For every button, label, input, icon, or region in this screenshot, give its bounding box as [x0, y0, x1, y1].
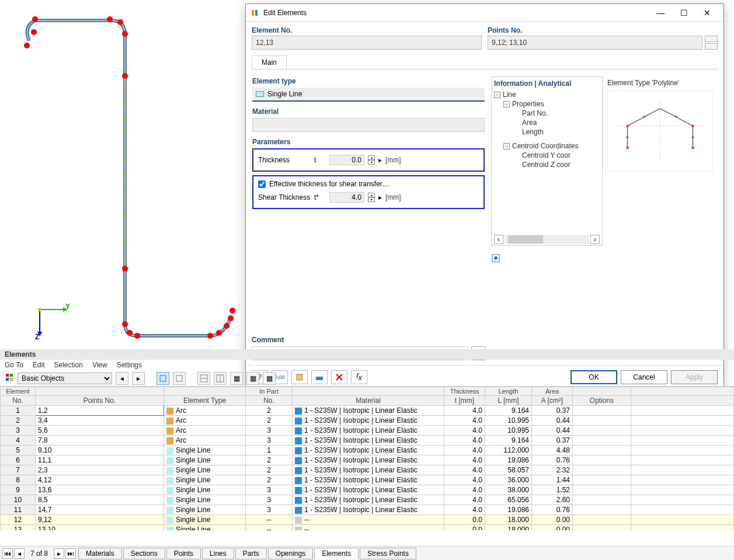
table-row[interactable]: 1313,10Single Line----0.018.0000.00	[1, 525, 734, 531]
close-button[interactable]: ✕	[695, 5, 719, 21]
tab-sections[interactable]: Sections	[123, 548, 165, 559]
model-svg	[0, 0, 245, 349]
tab-points[interactable]: Points	[166, 548, 201, 559]
tree-expand-props[interactable]: −	[503, 101, 510, 107]
shear-thickness-unit: [mm]	[385, 193, 401, 201]
thickness-spinner[interactable]: ▴▾	[368, 155, 375, 165]
pick-points-button-2[interactable]	[705, 43, 718, 50]
svg-marker-31	[691, 135, 694, 138]
points-no-input[interactable]	[488, 36, 702, 50]
shear-thickness-label: Shear Thickness	[258, 193, 311, 201]
filter-button-1[interactable]	[156, 372, 169, 385]
info-panel: Information | Analytical −Line −Properti…	[491, 76, 603, 246]
menu-view[interactable]: View	[92, 361, 107, 369]
table-row[interactable]: 35,6Arc31 - S235W | Isotropic | Linear E…	[1, 426, 734, 436]
svg-point-34	[691, 124, 694, 127]
thickness-step[interactable]: ▸	[378, 156, 382, 164]
nav-first[interactable]: ⏮	[2, 548, 13, 559]
maximize-button[interactable]: ☐	[672, 5, 695, 21]
dialog-titlebar[interactable]: Edit Elements — ☐ ✕	[246, 4, 723, 22]
panel-menu: Go ToEditSelectionViewSettings	[0, 360, 734, 370]
nav-last[interactable]: ⏭	[65, 548, 76, 559]
shear-thickness-input[interactable]	[329, 192, 364, 203]
svg-point-10	[127, 330, 133, 336]
pick-points-button[interactable]	[705, 36, 718, 42]
shear-thickness-spinner[interactable]: ▴▾	[368, 193, 375, 202]
material-select[interactable]	[252, 118, 485, 132]
thickness-input[interactable]	[329, 155, 364, 165]
table-row[interactable]: 129,12Single Line----0.018.0000.00	[1, 515, 734, 525]
tab-parts[interactable]: Parts	[235, 548, 267, 559]
shear-box: Effective thickness for shear transfer… …	[252, 175, 485, 209]
effective-thickness-checkbox[interactable]	[258, 180, 266, 188]
info-scroll-left[interactable]: ‹	[494, 235, 503, 244]
grid-btn-5[interactable]: ▦	[263, 372, 276, 385]
object-combo[interactable]: Basic Objects	[18, 373, 112, 384]
svg-point-21	[38, 308, 41, 311]
svg-point-32	[626, 147, 628, 149]
menu-edit[interactable]: Edit	[33, 361, 45, 369]
svg-point-8	[122, 266, 128, 272]
effective-thickness-label: Effective thickness for shear transfer…	[269, 180, 389, 188]
info-scroll-right[interactable]: ›	[590, 235, 600, 244]
info-label: Information | Analytical	[494, 79, 600, 88]
grid-btn-3[interactable]: ▦	[230, 372, 243, 385]
shear-thickness-step[interactable]: ▸	[378, 193, 382, 201]
dialog-title: Edit Elements	[263, 9, 649, 17]
svg-point-37	[494, 256, 498, 260]
svg-point-3	[32, 16, 38, 22]
table-row[interactable]: 913,6Single Line31 - S235W | Isotropic |…	[1, 485, 734, 495]
preview-options-button[interactable]	[491, 253, 500, 265]
svg-point-6	[122, 31, 128, 37]
model-canvas[interactable]: Y Z	[0, 0, 245, 349]
dialog-tabs: Main	[252, 55, 718, 69]
table-row[interactable]: 59,10Single Line11 - S235W | Isotropic |…	[1, 446, 734, 455]
table-row[interactable]: 11,2Arc21 - S235W | Isotropic | Linear E…	[1, 406, 734, 416]
nav-prev-button[interactable]: ◂	[116, 372, 128, 385]
grid-btn-2[interactable]	[214, 372, 227, 385]
nav-next[interactable]: ▸	[54, 548, 64, 559]
table-row[interactable]: 84,12Single Line21 - S235W | Isotropic |…	[1, 475, 734, 485]
table-row[interactable]: 47,8Arc31 - S235W | Isotropic | Linear E…	[1, 436, 734, 446]
tab-openings[interactable]: Openings	[268, 548, 313, 559]
grid-btn-1[interactable]	[197, 372, 210, 385]
element-type-select[interactable]: Single Line	[252, 88, 485, 102]
filter-button-2[interactable]	[173, 372, 186, 385]
svg-rect-45	[10, 378, 13, 381]
svg-point-7	[122, 73, 128, 79]
table-row[interactable]: 72,3Single Line21 - S235W | Isotropic | …	[1, 465, 734, 475]
svg-rect-46	[160, 375, 166, 381]
axis-indicator: Y Z	[34, 304, 69, 340]
elements-panel: Elements Go ToEditSelectionViewSettings …	[0, 349, 734, 530]
grid-btn-4[interactable]: ▦	[246, 372, 259, 385]
page-indicator: 7 of 8	[26, 549, 53, 558]
tree-expand-line[interactable]: −	[494, 92, 500, 98]
tree-expand-centroid[interactable]: −	[503, 143, 510, 149]
svg-rect-44	[6, 378, 9, 381]
table-row[interactable]: 108,5Single Line31 - S235W | Isotropic |…	[1, 495, 734, 505]
element-no-label: Element No.	[252, 26, 482, 34]
table-row[interactable]: 23,4Arc21 - S235W | Isotropic | Linear E…	[1, 416, 734, 426]
info-tree[interactable]: −Line −Properties Part No. Area Length −…	[494, 90, 600, 169]
menu-selection[interactable]: Selection	[54, 361, 83, 369]
basic-objects-icon	[5, 373, 14, 384]
tab-materials[interactable]: Materials	[78, 548, 122, 559]
table-row[interactable]: 1114,7Single Line31 - S235W | Isotropic …	[1, 505, 734, 515]
shear-thickness-symbol: t*	[314, 193, 326, 201]
svg-rect-22	[252, 10, 254, 16]
tab-stress-points[interactable]: Stress Points	[360, 548, 416, 559]
comment-label: Comment	[252, 336, 485, 344]
menu-settings[interactable]: Settings	[117, 361, 142, 369]
tab-lines[interactable]: Lines	[202, 548, 234, 559]
menu-go-to[interactable]: Go To	[5, 361, 23, 369]
minimize-button[interactable]: —	[649, 5, 672, 21]
elements-table[interactable]: ElementIn PartThicknessLengthArea No.Poi…	[0, 387, 734, 530]
svg-point-5	[117, 19, 123, 25]
table-row[interactable]: 611,1Single Line21 - S235W | Isotropic |…	[1, 455, 734, 465]
nav-prev[interactable]: ◂	[14, 548, 25, 559]
tab-elements[interactable]: Elements	[314, 548, 359, 559]
svg-point-9	[122, 321, 128, 327]
nav-next-button[interactable]: ▸	[132, 372, 145, 385]
element-no-input[interactable]	[252, 36, 482, 50]
tab-main[interactable]: Main	[252, 55, 287, 69]
